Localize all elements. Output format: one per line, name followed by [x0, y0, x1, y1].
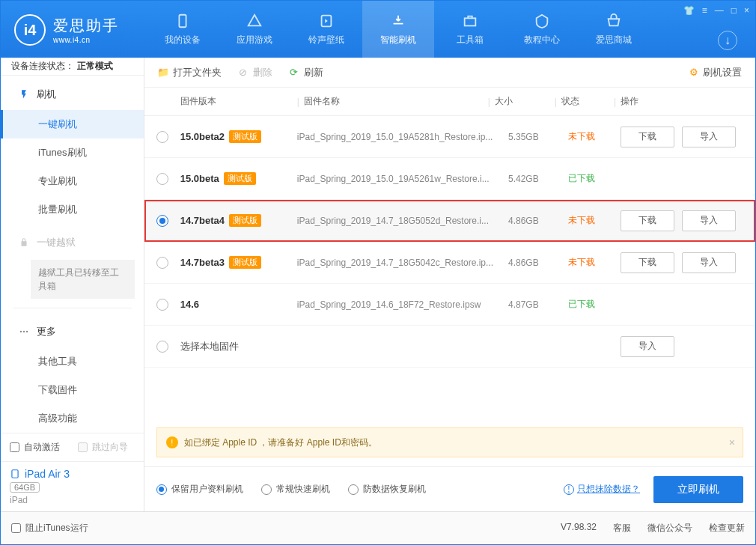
- sidebar-item[interactable]: 一键刷机: [1, 110, 144, 138]
- import-button[interactable]: 导入: [682, 252, 736, 273]
- app-site: www.i4.cn: [53, 36, 119, 44]
- svg-rect-0: [179, 14, 186, 27]
- erase-only-link[interactable]: !只想抹除数据？: [564, 483, 640, 496]
- auto-activate-row: 自动激活 跳过向导: [1, 433, 144, 461]
- block-itunes-checkbox[interactable]: [11, 523, 21, 533]
- flash-opt-keep-data[interactable]: 保留用户资料刷机: [156, 483, 243, 496]
- flash-opt-quick[interactable]: 常规快速刷机: [261, 483, 330, 496]
- logo-icon: i4: [14, 14, 46, 46]
- footer: 阻止iTunes运行 V7.98.32 客服 微信公众号 检查更新: [1, 511, 755, 544]
- table-row[interactable]: 15.0beta测试版iPad_Spring_2019_15.0_19A5261…: [144, 158, 755, 200]
- svg-rect-2: [465, 18, 476, 25]
- svg-rect-6: [12, 470, 18, 478]
- table-row[interactable]: 14.6iPad_Spring_2019_14.6_18F72_Restore.…: [144, 284, 755, 326]
- nav-icon: [534, 13, 550, 29]
- action-bar: 保留用户资料刷机 常规快速刷机 防数据恢复刷机 !只想抹除数据？ 立即刷机: [144, 466, 755, 511]
- nav-2[interactable]: 铃声壁纸: [290, 1, 362, 58]
- nav-icon: [174, 13, 191, 29]
- nav-icon: [462, 13, 478, 29]
- update-link[interactable]: 检查更新: [709, 522, 745, 535]
- download-button[interactable]: 下载: [621, 252, 674, 273]
- nav-icon: [246, 13, 263, 29]
- menu-icon[interactable]: ≡: [702, 5, 707, 16]
- sidebar-group-flash[interactable]: 刷机: [1, 79, 144, 110]
- window-controls: 👕 ≡ — □ ×: [683, 5, 749, 16]
- delete-icon: ⊘: [238, 67, 249, 78]
- sidebar-item[interactable]: 批量刷机: [1, 195, 144, 224]
- toolbar: 📁 打开文件夹 ⊘ 删除 ⟳ 刷新 ⚙ 刷机设置: [144, 58, 755, 88]
- sidebar-item[interactable]: 下载固件: [1, 376, 144, 404]
- warning-icon: !: [166, 436, 178, 448]
- table-row[interactable]: 14.7beta4测试版iPad_Spring_2019_14.7_18G505…: [144, 200, 755, 242]
- table-row[interactable]: 15.0beta2测试版iPad_Spring_2019_15.0_19A528…: [144, 116, 755, 158]
- auto-activate-checkbox[interactable]: [10, 442, 19, 452]
- nav-5[interactable]: 教程中心: [506, 1, 578, 58]
- flash-now-button[interactable]: 立即刷机: [653, 476, 743, 503]
- close-icon[interactable]: ×: [744, 5, 749, 16]
- folder-icon: 📁: [158, 67, 168, 78]
- svg-point-3: [20, 331, 22, 332]
- version-label: V7.98.32: [561, 522, 597, 535]
- nav-icon: [318, 13, 335, 29]
- table-row[interactable]: 14.7beta3测试版iPad_Spring_2019_14.7_18G504…: [144, 242, 755, 284]
- tshirt-icon[interactable]: 👕: [683, 5, 695, 16]
- row-radio[interactable]: [144, 215, 180, 227]
- sidebar-item[interactable]: 其他工具: [1, 347, 144, 376]
- flash-icon: [19, 89, 29, 100]
- block-itunes-row: 阻止iTunes运行: [11, 522, 88, 535]
- svg-point-5: [26, 331, 28, 332]
- beta-badge: 测试版: [229, 130, 261, 143]
- connection-status: 设备连接状态： 正常模式: [1, 58, 144, 76]
- flash-settings-button[interactable]: ⚙ 刷机设置: [689, 66, 742, 79]
- beta-badge: 测试版: [224, 172, 256, 185]
- logo[interactable]: i4 爱思助手 www.i4.cn: [1, 1, 147, 46]
- maximize-icon[interactable]: □: [731, 5, 737, 16]
- local-firmware-row[interactable]: 选择本地固件导入: [144, 326, 755, 368]
- row-radio[interactable]: [144, 257, 180, 269]
- sidebar-item[interactable]: 专业刷机: [1, 167, 144, 195]
- delete-button: ⊘ 删除: [238, 66, 272, 79]
- refresh-button[interactable]: ⟳ 刷新: [289, 66, 323, 79]
- sidebar-item[interactable]: 高级功能: [1, 404, 144, 433]
- alert-close-icon[interactable]: ×: [729, 436, 735, 448]
- import-button[interactable]: 导入: [682, 210, 736, 231]
- import-button[interactable]: 导入: [621, 336, 674, 357]
- sidebar-group-more[interactable]: 更多: [1, 316, 144, 347]
- open-folder-button[interactable]: 📁 打开文件夹: [158, 66, 222, 79]
- lock-icon: [19, 237, 29, 248]
- row-radio[interactable]: [144, 131, 180, 143]
- nav-4[interactable]: 工具箱: [434, 1, 506, 58]
- wechat-link[interactable]: 微信公众号: [647, 522, 692, 535]
- row-radio[interactable]: [144, 299, 180, 311]
- download-button[interactable]: 下载: [621, 210, 674, 231]
- nav-1[interactable]: 应用游戏: [219, 1, 290, 58]
- row-radio[interactable]: [144, 341, 180, 353]
- main-panel: 📁 打开文件夹 ⊘ 删除 ⟳ 刷新 ⚙ 刷机设置 固件版本 | 固件名称 | 大…: [144, 58, 755, 511]
- jailbreak-note[interactable]: 越狱工具已转移至工具箱: [31, 260, 135, 299]
- service-link[interactable]: 客服: [613, 522, 631, 535]
- minimize-icon[interactable]: —: [715, 5, 724, 16]
- import-button[interactable]: 导入: [682, 127, 736, 147]
- download-circle-icon[interactable]: ↓: [718, 31, 737, 50]
- gear-icon: ⚙: [689, 67, 698, 78]
- nav-3[interactable]: 智能刷机: [362, 1, 434, 58]
- download-button[interactable]: 下载: [621, 127, 674, 147]
- sidebar: 设备连接状态： 正常模式 刷机 一键刷机iTunes刷机专业刷机批量刷机 一键越…: [1, 58, 144, 511]
- skip-guide-checkbox: [78, 442, 88, 452]
- table-header: 固件版本 | 固件名称 | 大小 | 状态 | 操作: [144, 88, 755, 116]
- info-icon: !: [564, 484, 574, 495]
- row-radio[interactable]: [144, 173, 180, 185]
- flash-opt-anti-recovery[interactable]: 防数据恢复刷机: [348, 483, 426, 496]
- nav-icon: [606, 13, 622, 29]
- nav-6[interactable]: 爱思商城: [578, 1, 650, 58]
- beta-badge: 测试版: [229, 256, 261, 269]
- sidebar-item[interactable]: iTunes刷机: [1, 138, 144, 167]
- top-nav: 我的设备应用游戏铃声壁纸智能刷机工具箱教程中心爱思商城: [147, 1, 650, 58]
- more-icon: [19, 326, 29, 337]
- device-info[interactable]: iPad Air 3 64GB iPad: [1, 461, 144, 511]
- nav-icon: [390, 13, 406, 29]
- beta-badge: 测试版: [229, 214, 261, 227]
- sidebar-group-jailbreak: 一键越狱: [1, 227, 144, 258]
- nav-0[interactable]: 我的设备: [147, 1, 219, 58]
- ipad-icon: [10, 469, 20, 479]
